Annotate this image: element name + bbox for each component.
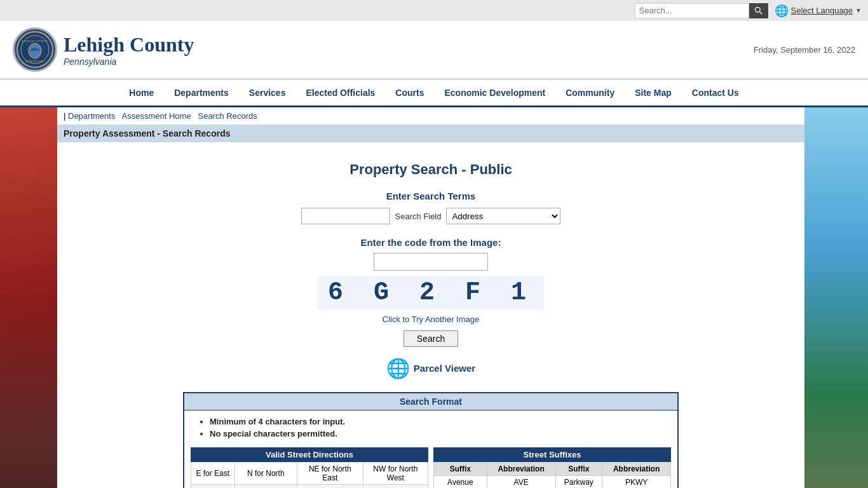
address-select[interactable]: Address Owner Name Parcel ID Map Number <box>446 208 560 224</box>
dir-south: S for South <box>191 485 235 489</box>
top-search-container <box>635 3 768 18</box>
dir-southwest: SW for South West <box>297 485 363 489</box>
search-text-input[interactable] <box>301 208 390 224</box>
street-suffixes-section: Street Suffixes Suffix Abbreviation Suff… <box>433 447 671 488</box>
col-suffix2: Suffix <box>555 463 602 476</box>
header: LEHIGH COUNTY PENNSYLVANIA Lehigh County… <box>0 21 868 79</box>
county-seal: LEHIGH COUNTY PENNSYLVANIA <box>13 27 57 72</box>
dir-west: W for West <box>363 485 428 489</box>
search-field-label: Search Field <box>395 212 442 221</box>
seal-svg: LEHIGH COUNTY PENNSYLVANIA <box>16 30 54 69</box>
page-title-bar: Property Assessment - Search Records <box>57 125 804 142</box>
nav-departments[interactable]: Departments <box>164 80 239 105</box>
street-directions-title: Valid Street Directions <box>191 447 428 462</box>
street-suffixes-table: Suffix Abbreviation Suffix Abbreviation … <box>433 462 671 488</box>
col-abbrev1: Abbreviation <box>487 463 555 476</box>
nav-community[interactable]: Community <box>555 80 625 105</box>
logo-state-name: Pennsylvania <box>64 57 194 67</box>
search-format-title: Search Format <box>184 393 677 410</box>
breadcrumb-search-records[interactable]: Search Records <box>198 111 257 121</box>
captcha-image: 6 G 2 F 1 <box>318 276 544 309</box>
nav-services[interactable]: Services <box>239 80 296 105</box>
captcha-label: Enter the code from the Image: <box>70 237 792 248</box>
search-icon <box>754 6 763 15</box>
dir-northwest: NW for North West <box>363 463 428 485</box>
dir-north: N for North <box>234 463 297 485</box>
street-suffixes-title: Street Suffixes <box>433 447 671 462</box>
globe-icon: 🌐 <box>775 4 789 18</box>
language-selector[interactable]: 🌐 Select Language ▼ <box>775 4 862 18</box>
left-decorative-image <box>0 107 57 488</box>
breadcrumb-departments[interactable]: Departments <box>68 111 115 121</box>
nav-courts[interactable]: Courts <box>385 80 434 105</box>
nav-contact-us[interactable]: Contact Us <box>682 80 749 105</box>
top-search-input[interactable] <box>635 3 749 18</box>
col-abbrev2: Abbreviation <box>602 463 671 476</box>
top-search-button[interactable] <box>749 3 768 18</box>
breadcrumb: | Departments Assessment Home Search Rec… <box>57 107 804 125</box>
search-button[interactable]: Search <box>403 330 458 347</box>
table-row: Suffix Abbreviation Suffix Abbreviation <box>434 463 671 476</box>
search-rules: Minimum of 4 characters for input. No sp… <box>184 410 677 447</box>
svg-line-1 <box>759 11 762 14</box>
language-link[interactable]: Select Language <box>791 6 853 15</box>
header-right: Friday, September 16, 2022 <box>754 44 855 55</box>
dir-east: E for East <box>191 463 235 485</box>
table-row: AvenueAVE ParkwayPKWY <box>434 476 671 489</box>
parcel-viewer-link-text[interactable]: Parcel Viewer <box>414 363 475 374</box>
parcel-viewer-link[interactable]: 🌐 Parcel Viewer <box>70 357 792 379</box>
breadcrumb-separator: | <box>64 111 68 121</box>
nav-elected-officials[interactable]: Elected Officials <box>295 80 385 105</box>
svg-text:LEHIGH COUNTY: LEHIGH COUNTY <box>22 39 48 43</box>
nav-economic-development[interactable]: Economic Development <box>434 80 555 105</box>
nav-site-map[interactable]: Site Map <box>625 80 682 105</box>
table-row: S for South SE for South East SW for Sou… <box>191 485 428 489</box>
try-another-image-link[interactable]: Click to Try Another Image <box>70 315 792 324</box>
search-format-box: Search Format Minimum of 4 characters fo… <box>183 392 679 488</box>
search-rule-2: No special characters permitted. <box>210 429 665 438</box>
chevron-down-icon: ▼ <box>855 7 862 14</box>
main-wrapper: | Departments Assessment Home Search Rec… <box>0 107 868 488</box>
page-main-title: Property Search - Public <box>70 161 792 178</box>
svg-text:PENNSYLVANIA: PENNSYLVANIA <box>25 60 44 63</box>
date-display: Friday, September 16, 2022 <box>754 45 855 55</box>
right-decorative-image <box>804 107 868 488</box>
globe-parcel-icon: 🌐 <box>386 357 410 379</box>
dir-southeast: SE for South East <box>234 485 297 489</box>
main-nav: Home Departments Services Elected Offici… <box>0 79 868 107</box>
search-rule-1: Minimum of 4 characters for input. <box>210 417 665 426</box>
col-suffix1: Suffix <box>434 463 487 476</box>
svg-point-0 <box>755 7 760 12</box>
logo-area: LEHIGH COUNTY PENNSYLVANIA Lehigh County… <box>13 27 194 72</box>
captcha-input[interactable] <box>374 253 488 271</box>
top-bar: 🌐 Select Language ▼ <box>0 0 868 21</box>
search-row: Search Field Address Owner Name Parcel I… <box>70 208 792 224</box>
nav-home[interactable]: Home <box>119 80 164 105</box>
logo-text: Lehigh County Pennsylvania <box>64 33 194 67</box>
tables-wrapper: Valid Street Directions E for East N for… <box>184 447 677 488</box>
dir-northeast: NE for North East <box>297 463 363 485</box>
logo-county-name: Lehigh County <box>64 33 194 57</box>
form-container: Property Search - Public Enter Search Te… <box>57 149 804 488</box>
table-row: E for East N for North NE for North East… <box>191 463 428 485</box>
street-directions-table: E for East N for North NE for North East… <box>191 462 428 488</box>
search-terms-label: Enter Search Terms <box>70 191 792 201</box>
street-directions-section: Valid Street Directions E for East N for… <box>191 447 428 488</box>
content-area: | Departments Assessment Home Search Rec… <box>57 107 804 488</box>
breadcrumb-assessment-home[interactable]: Assessment Home <box>122 111 191 121</box>
